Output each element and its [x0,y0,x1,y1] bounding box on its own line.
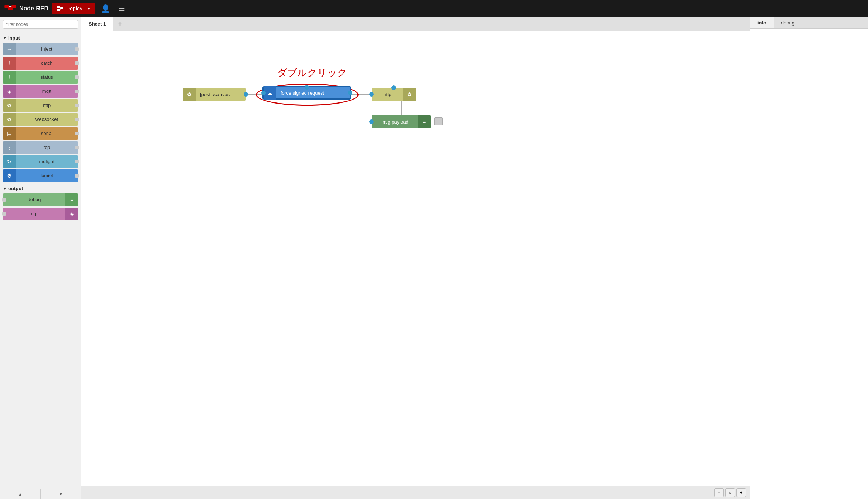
svg-rect-7 [61,7,63,9]
sidebar-item-debug-out[interactable]: debug ≡ [3,193,78,206]
input-section-header[interactable]: ▾ input [0,32,81,42]
inject-port-right [75,47,79,51]
serial-icon: ▤ [3,127,16,140]
scroll-down-button[interactable]: ▼ [41,489,81,499]
status-icon: ! [3,71,16,84]
sidebar: ▾ input → inject ! catch ! status ◈ mqtt [0,17,81,499]
catch-icon: ! [3,57,16,70]
sidebar-item-status[interactable]: ! status [3,71,78,84]
msgpayload-port-in [369,119,374,124]
force-port-in [261,91,266,95]
output-chevron-icon: ▾ [4,186,6,191]
svg-line-9 [60,8,61,10]
tcp-icon: ⋮ [3,141,16,154]
scroll-up-button[interactable]: ▲ [0,489,41,499]
zoom-reset-button[interactable]: ○ [725,488,735,497]
svg-line-8 [60,7,61,8]
tab-add-button[interactable]: + [113,17,126,31]
mqtt-label: mqtt [16,85,78,98]
input-chevron-icon: ▾ [4,36,6,40]
ibmiot-icon: ⚙ [3,169,16,182]
sidebar-item-ibmiot[interactable]: ⚙ ibmiot [3,169,78,182]
catch-label: catch [16,57,78,70]
httpin-icon: ✿ [183,88,196,101]
sidebar-item-tcp[interactable]: ⋮ tcp [3,141,78,154]
serial-port-right [75,132,79,135]
httpin-label: [post] /canvas [196,92,234,97]
sidebar-item-inject[interactable]: → inject [3,43,78,55]
websocket-icon: ✿ [3,113,16,126]
annotation-text: ダブルクリック [277,66,347,79]
search-input[interactable] [3,20,78,29]
inject-label: inject [16,43,78,55]
ibmiot-port-right [75,174,79,178]
tab-info[interactable]: info [750,17,774,28]
header: Node-RED Deploy ▾ 👤 ☰ [0,0,868,17]
mqtt-port-right [75,90,79,93]
mqtt-out-label: mqtt [3,208,65,220]
output-section-label: output [8,186,23,191]
right-panel: info debug [750,17,868,499]
svg-rect-6 [57,9,60,11]
right-panel-content [750,29,868,499]
flow-node-force[interactable]: ☁ force signed request [262,86,351,100]
bottom-bar: − ○ + [81,486,750,499]
sidebar-item-catch[interactable]: ! catch [3,57,78,70]
menu-icon[interactable]: ☰ [116,4,127,13]
mqtt-out-port-left [2,212,6,216]
inject-icon: → [3,43,16,55]
tab-sheet1[interactable]: Sheet 1 [81,17,113,31]
msgpayload-icon: ≡ [418,115,431,128]
websocket-port-right [75,118,79,121]
sidebar-item-mqtt-out[interactable]: mqtt ◈ [3,208,78,220]
deploy-dropdown-arrow[interactable]: ▾ [85,7,90,11]
input-section-label: input [8,35,20,41]
flow-node-msgpayload[interactable]: msg.payload ≡ [372,115,431,128]
sidebar-item-serial[interactable]: ▤ serial [3,127,78,140]
httpout-label: http [372,92,403,97]
websocket-label: websocket [16,113,78,126]
force-port-out [348,91,352,95]
http-port-right [75,104,79,107]
force-label: force signed request [276,90,329,96]
svg-rect-2 [11,5,16,8]
serial-label: serial [16,127,78,140]
debug-out-icon: ≡ [65,193,78,206]
catch-port-right [75,61,79,65]
ibmiot-label: ibmiot [16,169,78,182]
deploy-button[interactable]: Deploy ▾ [52,3,95,14]
debug-out-port-left [2,198,6,202]
search-area [0,17,81,32]
flow-node-httpout[interactable]: http ✿ [372,88,416,101]
canvas-area: Sheet 1 + ダブルクリック ✿ [post] /canvas [81,17,750,499]
sidebar-item-mqtt[interactable]: ◈ mqtt [3,85,78,98]
sidebar-item-http[interactable]: ✿ http [3,99,78,112]
logo: Node-RED [4,4,48,13]
mqlight-port-right [75,160,79,163]
output-section-header[interactable]: ▾ output [0,183,81,193]
user-icon[interactable]: 👤 [99,4,112,13]
mqlight-label: mqlight [16,155,78,168]
httpout-port-top [391,85,396,90]
node-red-logo-icon [4,4,16,13]
main-layout: ▾ input → inject ! catch ! status ◈ mqtt [0,17,868,499]
http-icon: ✿ [3,99,16,112]
mqtt-icon: ◈ [3,85,16,98]
app-title: Node-RED [19,5,48,12]
force-port-top [305,85,309,90]
sidebar-scroll-buttons: ▲ ▼ [0,489,81,499]
httpout-port-in [369,92,374,97]
tcp-port-right [75,146,79,149]
zoom-controls: − ○ + [714,488,746,497]
status-port-right [75,75,79,79]
deploy-icon [57,6,64,11]
flow-node-httpin[interactable]: ✿ [post] /canvas [183,88,246,101]
tab-debug[interactable]: debug [774,17,802,28]
zoom-in-button[interactable]: + [736,488,746,497]
sidebar-item-websocket[interactable]: ✿ websocket [3,113,78,126]
tab-bar: Sheet 1 + [81,17,750,31]
sidebar-item-mqlight[interactable]: ↻ mqlight [3,155,78,168]
canvas[interactable]: ダブルクリック ✿ [post] /canvas ☁ force signed … [81,31,750,486]
msgpayload-label: msg.payload [372,119,418,125]
zoom-out-button[interactable]: − [714,488,724,497]
